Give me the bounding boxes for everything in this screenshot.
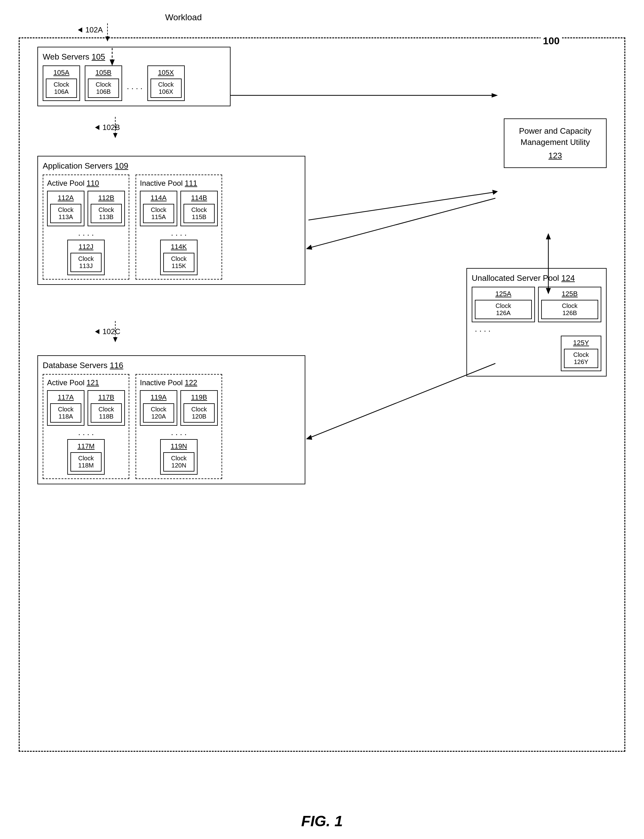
server-112j: 112J Clock113J [67,240,105,275]
server-117a: 117A Clock118A [47,390,84,426]
server-114b: 114B Clock115B [181,191,218,226]
diagram-container: Workload 102A 100 Web Servers 105 105A C… [19,13,625,808]
server-105a: 105A Clock106A [43,66,80,101]
server-117b: 117B Clock118B [87,390,125,426]
server-125b: 125B Clock126B [538,287,601,322]
server-105b: 105B Clock106B [85,66,122,101]
db-servers-box: Database Servers 116 Active Pool 121 117… [38,355,306,484]
server-114k: 114K Clock115K [160,240,197,275]
fig-caption: FIG. 1 [301,813,343,830]
server-125y: 125Y Clock126Y [561,336,601,371]
server-125a: 125A Clock126A [472,287,535,322]
main-ref: 100 [540,35,562,47]
db-pools-row: Active Pool 121 117A Clock118A 117B Cloc… [43,374,300,479]
usp-title: Unallocated Server Pool 124 [472,273,601,283]
server-119b: 119B Clock120B [181,390,218,426]
app-servers-title: Application Servers 109 [43,161,300,171]
arrow-102b: 102B [111,117,120,139]
app-active-pool: Active Pool 110 112A Clock113A 112B Cloc… [43,174,129,280]
server-117m: 117M Clock118M [67,439,105,475]
web-servers-row: 105A Clock106A 105B Clock106B . . . . 10… [43,66,225,101]
web-servers-box: Web Servers 105 105A Clock106A 105B Cloc… [38,47,230,106]
svg-marker-2 [78,28,82,33]
web-servers-title: Web Servers 105 [43,52,225,62]
workload-label: Workload [165,13,202,23]
db-servers-title: Database Servers 116 [43,360,300,370]
app-inactive-pool: Inactive Pool 111 114A Clock115A 114B Cl… [136,174,222,280]
server-119a: 119A Clock120A [140,390,177,426]
svg-marker-4 [113,133,117,138]
arrow-102b-label: 102B [95,123,120,132]
usp-box: Unallocated Server Pool 124 125A Clock12… [467,268,606,377]
app-servers-box: Application Servers 109 Active Pool 110 … [38,156,306,285]
arrow-102c-label: 102C [95,327,120,336]
server-114a: 114A Clock115A [140,191,177,226]
arrow-102c: 102C [111,321,120,343]
pcmu-box: Power and Capacity Management Utility 12… [504,118,606,168]
db-inactive-pool: Inactive Pool 122 119A Clock120A 119B Cl… [136,374,222,479]
pcmu-ref: 123 [511,150,600,161]
server-112b: 112B Clock113B [87,191,125,226]
app-pools-row: Active Pool 110 112A Clock113A 112B Cloc… [43,174,300,280]
db-active-pool: Active Pool 121 117A Clock118A 117B Cloc… [43,374,129,479]
svg-marker-7 [113,337,117,342]
pcmu-title: Power and Capacity Management Utility [511,125,600,148]
server-105x: 105X Clock106X [147,66,185,101]
server-112a: 112A Clock113A [47,191,84,226]
svg-marker-5 [95,125,99,130]
arrow-102a-label: 102A [78,26,103,34]
server-119n: 119N Clock120N [160,439,197,475]
svg-marker-8 [95,329,99,334]
dots-web: . . . . [127,82,143,91]
